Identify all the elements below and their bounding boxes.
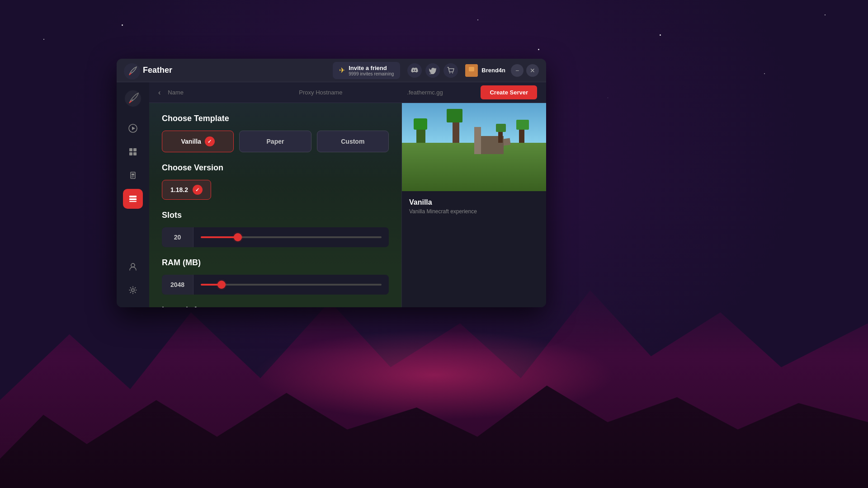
svg-point-19 <box>132 289 134 291</box>
svg-rect-11 <box>129 152 132 155</box>
template-paper-label: Paper <box>267 138 284 145</box>
version-value: 1.18.2 <box>170 186 188 193</box>
sidebar-item-play[interactable] <box>123 118 143 138</box>
twitter-button[interactable] <box>425 63 440 78</box>
sub-header-proxy: Proxy Hostname <box>272 89 369 96</box>
version-button[interactable]: 1.18.2 ✓ <box>162 180 211 200</box>
invite-icon: ✈ <box>339 66 345 75</box>
form-area: Choose Template Vanilla ✓ Paper Custom <box>149 103 401 307</box>
ram-slider[interactable] <box>201 284 382 286</box>
minecraft-scene <box>402 103 546 191</box>
content-area: ‹ Name Proxy Hostname .feathermc.gg Crea… <box>149 82 546 307</box>
svg-rect-12 <box>133 152 137 155</box>
preview-description: Vanilla Minecraft experience <box>409 208 539 215</box>
ram-value-display: 2048 <box>162 275 193 295</box>
template-vanilla-label: Vanilla <box>181 138 201 145</box>
sub-header-domain: .feathermc.gg <box>377 89 474 96</box>
sidebar-item-servers[interactable] <box>123 189 143 209</box>
invite-text-block: Invite a friend 9999 invites remaining <box>349 65 394 76</box>
inner-content: Choose Template Vanilla ✓ Paper Custom <box>149 103 546 307</box>
vanilla-check-icon: ✓ <box>205 136 215 146</box>
ram-section: RAM (MB) 2048 <box>162 258 389 295</box>
create-server-button[interactable]: Create Server <box>481 85 537 99</box>
app-window: Feather ✈ Invite a friend 9999 invites r… <box>117 59 546 307</box>
ram-track-wrapper <box>193 284 389 286</box>
user-name: Brend4n <box>481 67 505 74</box>
user-avatar <box>465 64 478 77</box>
svg-rect-16 <box>129 198 137 200</box>
svg-rect-9 <box>129 148 132 151</box>
preview-panel: Vanilla Vanilla Minecraft experience <box>401 103 546 307</box>
slots-value-display: 20 <box>162 227 193 247</box>
svg-marker-8 <box>132 127 135 130</box>
slots-title: Slots <box>162 211 389 220</box>
template-section: Choose Template Vanilla ✓ Paper Custom <box>162 114 389 152</box>
invite-title: Invite a friend <box>349 65 394 71</box>
template-custom-label: Custom <box>341 138 364 145</box>
sidebar-item-settings[interactable] <box>123 280 143 300</box>
window-controls: − ✕ <box>511 64 539 77</box>
header: Feather ✈ Invite a friend 9999 invites r… <box>117 59 546 82</box>
ram-slider-container: 2048 <box>162 275 389 295</box>
svg-rect-5 <box>468 71 475 75</box>
svg-rect-15 <box>129 196 137 197</box>
header-icons <box>407 63 458 78</box>
template-paper-button[interactable]: Paper <box>239 131 311 152</box>
preview-image <box>402 103 546 191</box>
minimize-button[interactable]: − <box>511 64 524 77</box>
slots-slider-container: 20 <box>162 227 389 247</box>
header-title: Feather <box>143 66 172 75</box>
svg-rect-17 <box>129 201 137 202</box>
template-vanilla-button[interactable]: Vanilla ✓ <box>162 131 234 152</box>
template-buttons: Vanilla ✓ Paper Custom <box>162 131 389 152</box>
launch-args-title: Launch Args <box>162 305 211 307</box>
svg-point-0 <box>124 63 140 80</box>
version-title: Choose Version <box>162 163 389 173</box>
slots-section: Slots 20 <box>162 211 389 247</box>
template-title: Choose Template <box>162 114 389 123</box>
close-button[interactable]: ✕ <box>526 64 539 77</box>
user-section: Brend4n <box>465 64 505 77</box>
svg-rect-14 <box>132 174 134 175</box>
svg-point-1 <box>449 72 450 73</box>
sidebar <box>117 82 149 307</box>
slots-track-wrapper <box>193 236 389 238</box>
slots-slider[interactable] <box>201 236 382 238</box>
preview-name: Vanilla <box>409 198 539 206</box>
sidebar-item-shop[interactable] <box>123 165 143 185</box>
version-check-icon: ✓ <box>193 185 203 195</box>
svg-point-18 <box>131 263 135 267</box>
back-button[interactable]: ‹ <box>158 89 160 97</box>
preview-info: Vanilla Vanilla Minecraft experience <box>402 191 546 222</box>
ram-title: RAM (MB) <box>162 258 389 267</box>
sidebar-item-grid[interactable] <box>123 142 143 162</box>
invite-section[interactable]: ✈ Invite a friend 9999 invites remaining <box>333 62 400 79</box>
launch-title: Launch Args For advanced users only <box>162 305 389 307</box>
main-layout: ‹ Name Proxy Hostname .feathermc.gg Crea… <box>117 82 546 307</box>
svg-rect-4 <box>469 67 474 71</box>
svg-point-2 <box>452 72 453 73</box>
header-logo <box>124 63 138 78</box>
invite-sub: 9999 invites remaining <box>349 71 394 76</box>
svg-rect-10 <box>133 148 137 151</box>
launch-section: Launch Args For advanced users only <box>162 305 389 307</box>
discord-button[interactable] <box>407 63 422 78</box>
sub-header-name: Name <box>168 89 265 96</box>
sub-header: ‹ Name Proxy Hostname .feathermc.gg Crea… <box>149 82 546 103</box>
sidebar-item-profile[interactable] <box>123 257 143 277</box>
version-section: Choose Version 1.18.2 ✓ <box>162 163 389 200</box>
sidebar-logo <box>124 89 142 108</box>
shop-button[interactable] <box>443 63 458 78</box>
template-custom-button[interactable]: Custom <box>317 131 389 152</box>
